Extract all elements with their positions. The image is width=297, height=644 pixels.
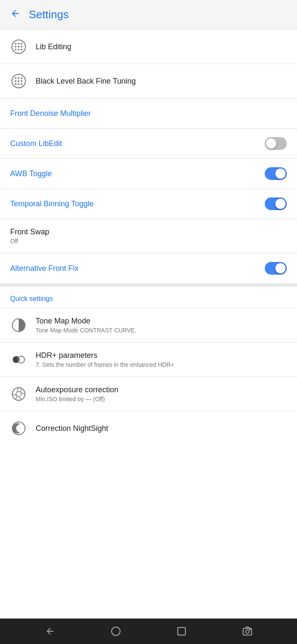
nav-camera-button[interactable] <box>239 623 256 640</box>
awb-toggle-label: AWB Toggle <box>10 169 265 178</box>
svg-point-32 <box>112 627 120 636</box>
nav-back-button[interactable] <box>42 623 59 640</box>
black-level-icon <box>10 73 27 90</box>
nav-home-button[interactable] <box>107 623 124 640</box>
svg-line-30 <box>20 388 22 392</box>
front-swap-row[interactable]: Front Swap Off <box>0 219 297 253</box>
tone-map-label: Tone Map Mode <box>36 317 287 326</box>
nav-recents-button[interactable] <box>173 623 190 640</box>
front-swap-label: Front Swap <box>10 228 287 236</box>
alt-front-fix-row[interactable]: Alternative Front Fix <box>0 253 297 283</box>
front-swap-content: Front Swap Off <box>10 228 287 245</box>
hdr-icon <box>10 351 27 368</box>
nightsight-label: Correction NightSight <box>36 424 108 433</box>
hdr-label: HDR+ parameters <box>36 351 287 360</box>
svg-line-27 <box>19 397 22 399</box>
temporal-binning-row[interactable]: Temporal Binning Toggle <box>0 189 297 219</box>
hdr-sub: 7. Sets the number of frames in the enha… <box>36 361 287 368</box>
svg-point-35 <box>246 630 249 633</box>
page-title: Settings <box>29 8 69 21</box>
autoexposure-icon <box>10 385 27 402</box>
svg-point-7 <box>15 49 17 51</box>
lib-editing-icon <box>10 38 27 55</box>
svg-point-3 <box>21 43 22 45</box>
alt-front-fix-label: Alternative Front Fix <box>10 264 265 273</box>
svg-point-17 <box>15 83 17 85</box>
autoexposure-content: Autoexposure correction Min.ISO limited … <box>36 385 287 402</box>
svg-point-36 <box>249 629 250 630</box>
svg-point-11 <box>15 77 17 79</box>
bottom-nav <box>0 619 297 644</box>
autoexposure-label: Autoexposure correction <box>36 385 287 394</box>
black-level-label: Black Level Back Fine Tuning <box>36 77 136 86</box>
quick-settings-header: Quick settings <box>0 287 297 308</box>
tone-map-row[interactable]: Tone Map Mode Tone Map Mode CONTRAST CUR… <box>0 308 297 342</box>
autoexposure-sub: Min.ISO limited by — (Off) <box>36 396 287 402</box>
svg-point-6 <box>21 46 22 48</box>
header: Settings <box>0 0 297 30</box>
svg-line-29 <box>16 396 17 399</box>
custom-libedit-row[interactable]: Custom LibEdit <box>0 129 297 158</box>
svg-point-19 <box>21 83 22 85</box>
nightsight-icon <box>10 420 27 437</box>
svg-rect-33 <box>178 627 185 635</box>
svg-point-4 <box>15 46 17 48</box>
svg-point-15 <box>18 80 20 82</box>
svg-point-18 <box>18 83 20 85</box>
svg-point-1 <box>15 43 17 45</box>
autoexposure-row[interactable]: Autoexposure correction Min.ISO limited … <box>0 377 297 411</box>
back-button[interactable] <box>8 7 22 23</box>
awb-toggle[interactable] <box>265 167 287 180</box>
nightsight-row[interactable]: Correction NightSight <box>0 411 297 445</box>
svg-line-28 <box>12 394 16 395</box>
tone-map-sub: Tone Map Mode CONTRAST CURVE. <box>36 327 287 334</box>
temporal-binning-toggle[interactable] <box>265 197 287 210</box>
hdr-content: HDR+ parameters 7. Sets the number of fr… <box>36 351 287 368</box>
awb-toggle-row[interactable]: AWB Toggle <box>0 159 297 188</box>
front-swap-value: Off <box>10 238 287 245</box>
svg-point-14 <box>15 80 17 82</box>
custom-libedit-toggle[interactable] <box>265 137 287 150</box>
alt-front-fix-toggle[interactable] <box>265 262 287 275</box>
quick-settings-title: Quick settings <box>10 295 53 302</box>
temporal-binning-label: Temporal Binning Toggle <box>10 200 265 208</box>
section-divider <box>0 283 297 287</box>
front-denoise-row[interactable]: Front Denoise Multiplier <box>0 98 297 128</box>
svg-line-26 <box>21 393 25 394</box>
svg-point-23 <box>12 388 25 400</box>
hdr-row[interactable]: HDR+ parameters 7. Sets the number of fr… <box>0 343 297 377</box>
lib-editing-label: Lib Editing <box>36 42 71 51</box>
lib-editing-row[interactable]: Lib Editing <box>0 30 297 64</box>
svg-point-5 <box>18 46 20 48</box>
black-level-row[interactable]: Black Level Back Fine Tuning <box>0 64 297 98</box>
svg-point-2 <box>18 43 20 45</box>
custom-libedit-label: Custom LibEdit <box>10 139 265 148</box>
tone-map-icon <box>10 317 27 334</box>
svg-point-9 <box>21 49 22 51</box>
settings-content: Lib Editing Black Level Back Fine Tuning… <box>0 30 297 619</box>
tone-map-content: Tone Map Mode Tone Map Mode CONTRAST CUR… <box>36 317 287 334</box>
svg-point-13 <box>21 77 22 79</box>
front-denoise-label: Front Denoise Multiplier <box>10 109 287 118</box>
svg-point-12 <box>18 77 20 79</box>
svg-point-16 <box>21 80 22 82</box>
svg-point-8 <box>18 49 20 51</box>
